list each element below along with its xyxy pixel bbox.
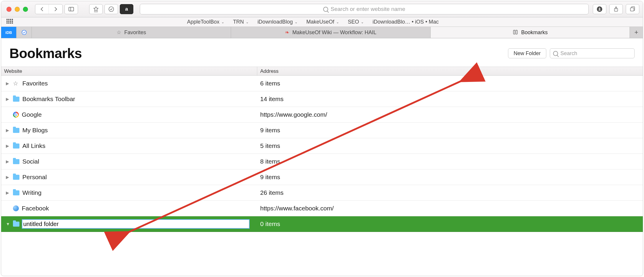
table-row[interactable]: ▶Personal 9 items	[1, 169, 643, 185]
google-icon: G	[13, 112, 19, 118]
col-address[interactable]: Address	[257, 67, 643, 75]
disclosure-icon[interactable]: ▶	[6, 128, 10, 133]
pinned-tab-idb[interactable]: iDB	[1, 27, 16, 38]
folder-icon	[13, 128, 19, 133]
tab-strip: iDB ☆ Favorites ❧ MakeUseOf Wiki — Workf…	[1, 27, 643, 38]
star-icon: ☆	[13, 80, 19, 87]
pinned-tab-check[interactable]	[16, 27, 32, 38]
amazon-extension-button[interactable]: a	[120, 4, 133, 14]
favbar-item[interactable]: SEO⌄	[348, 19, 364, 25]
favbar-item[interactable]: MakeUseOf⌄	[306, 19, 339, 25]
downloads-button[interactable]	[593, 4, 606, 14]
apps-grid-button[interactable]	[6, 19, 13, 25]
table-row[interactable]: ▶GGoogle https://www.google.com/	[1, 107, 643, 123]
amazon-icon: a	[125, 6, 128, 12]
table-row-selected[interactable]: ▼ 0 items	[1, 216, 643, 232]
folder-icon	[13, 190, 19, 195]
address-placeholder: Search or enter website name	[331, 6, 405, 12]
top-sites-button[interactable]	[89, 4, 103, 14]
chevron-right-icon	[52, 6, 59, 12]
col-website[interactable]: Website	[1, 67, 257, 75]
table-row[interactable]: ▶Bookmarks Toolbar 14 items	[1, 91, 643, 107]
minimize-window-button[interactable]	[15, 7, 20, 12]
page-title: Bookmarks	[9, 45, 82, 61]
folder-name-edit[interactable]	[22, 220, 249, 228]
star-icon: ☆	[117, 29, 121, 36]
bookmarks-search[interactable]: Search	[550, 48, 635, 58]
new-tab-button[interactable]: +	[630, 27, 643, 38]
search-icon	[323, 7, 328, 12]
tab-makeuseof-wiki[interactable]: ❧ MakeUseOf Wiki — Workflow: HAIL	[231, 27, 430, 38]
favorites-bar: AppleToolBox⌄ TRN⌄ iDownloadBlog⌄ MakeUs…	[1, 17, 643, 27]
disclosure-icon[interactable]: ▶	[6, 175, 10, 179]
table-row[interactable]: ▶Facebook https://www.facebook.com/	[1, 201, 643, 216]
svg-rect-0	[69, 7, 74, 11]
tab-bookmarks[interactable]: Bookmarks	[431, 27, 630, 38]
new-folder-button[interactable]: New Folder	[508, 48, 546, 58]
sidebar-icon	[68, 6, 74, 12]
favbar-item[interactable]: AppleToolBox⌄	[187, 19, 224, 25]
checklist-button[interactable]	[104, 4, 118, 14]
download-icon	[596, 6, 603, 12]
chevron-down-icon: ⌄	[295, 20, 298, 24]
disclosure-icon[interactable]: ▶	[6, 81, 10, 86]
book-icon	[512, 29, 518, 35]
favbar-item[interactable]: iDownloadBlo… • iOS • Mac	[373, 19, 439, 25]
tabs-icon	[629, 6, 636, 12]
svg-point-3	[109, 7, 114, 12]
chevron-down-icon: ⌄	[221, 20, 224, 24]
disclosure-icon[interactable]: ▼	[6, 222, 10, 226]
disclosure-icon[interactable]: ▶	[6, 97, 10, 101]
check-badge-icon	[21, 29, 27, 35]
check-circle-icon	[108, 6, 114, 12]
bookmarks-table: Website Address ▶☆Favorites 6 items ▶Boo…	[1, 67, 643, 232]
table-row[interactable]: ▶My Blogs 9 items	[1, 123, 643, 138]
chevron-down-icon: ⌄	[361, 20, 364, 24]
favbar-item[interactable]: iDownloadBlog⌄	[258, 19, 298, 25]
share-icon	[613, 6, 619, 12]
folder-icon	[13, 159, 19, 164]
address-bar[interactable]: Search or enter website name	[140, 4, 589, 14]
forward-button[interactable]	[49, 4, 62, 14]
window-toolbar: a Search or enter website name	[1, 1, 643, 17]
disclosure-icon[interactable]: ▶	[6, 159, 10, 164]
folder-icon	[13, 222, 19, 227]
back-button[interactable]	[35, 4, 49, 14]
table-row[interactable]: ▶All Links 5 items	[1, 138, 643, 154]
disclosure-icon[interactable]: ▶	[6, 190, 10, 195]
favbar-item[interactable]: TRN⌄	[233, 19, 249, 25]
table-row[interactable]: ▶Writing 26 items	[1, 185, 643, 201]
svg-rect-7	[630, 8, 634, 11]
search-placeholder: Search	[560, 50, 577, 57]
nav-back-forward	[35, 4, 63, 14]
chevron-down-icon: ⌄	[336, 20, 339, 24]
content-header: Bookmarks New Folder Search	[1, 38, 643, 67]
leaf-icon: ❧	[285, 29, 289, 36]
chevron-down-icon: ⌄	[246, 20, 249, 24]
traffic-lights	[6, 7, 28, 12]
table-header: Website Address	[1, 67, 643, 76]
search-icon	[553, 51, 558, 56]
folder-icon	[13, 175, 19, 180]
tabs-overview-button[interactable]	[626, 4, 639, 14]
tab-favorites[interactable]: ☆ Favorites	[32, 27, 231, 38]
share-button[interactable]	[609, 4, 623, 14]
globe-icon	[13, 205, 19, 211]
fullscreen-window-button[interactable]	[23, 7, 28, 12]
folder-icon	[13, 97, 19, 102]
folder-icon	[13, 144, 19, 149]
svg-point-8	[22, 30, 26, 35]
star-underline-icon	[93, 6, 99, 12]
disclosure-icon[interactable]: ▶	[6, 144, 10, 148]
close-window-button[interactable]	[6, 7, 11, 12]
table-row[interactable]: ▶☆Favorites 6 items	[1, 76, 643, 91]
chevron-left-icon	[39, 6, 45, 12]
sidebar-toggle-button[interactable]	[64, 4, 78, 14]
table-row[interactable]: ▶Social 8 items	[1, 154, 643, 169]
